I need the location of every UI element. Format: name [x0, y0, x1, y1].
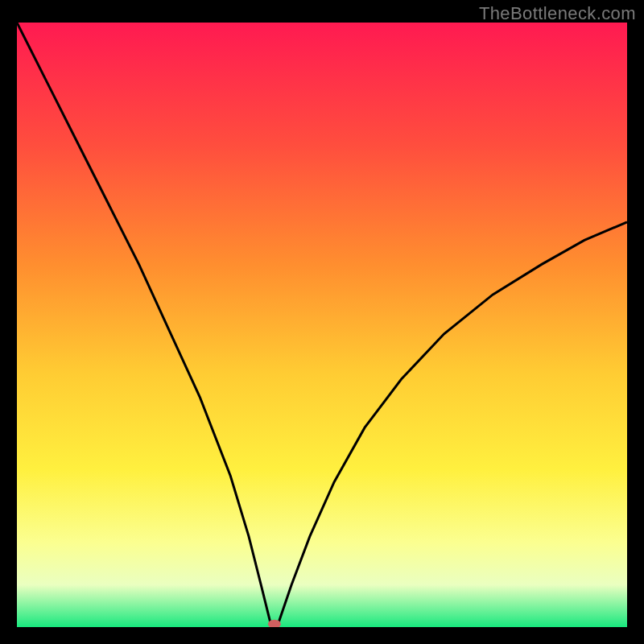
bottleneck-chart-svg [17, 23, 627, 627]
chart-background [17, 23, 627, 627]
watermark-text: TheBottleneck.com [479, 3, 636, 24]
plot-area [17, 23, 627, 627]
outer-frame: TheBottleneck.com [0, 0, 644, 644]
